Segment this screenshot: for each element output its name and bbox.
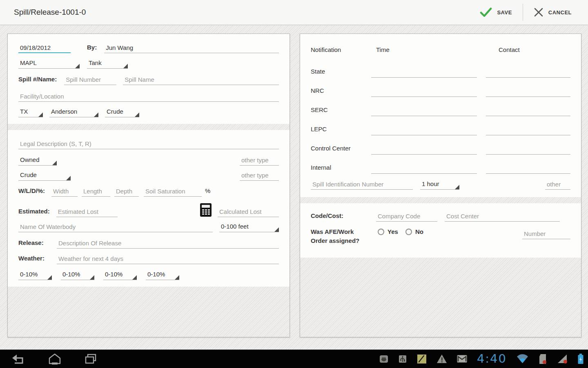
- notification-row-internal: Internal: [311, 155, 570, 174]
- lepc-contact-input[interactable]: [486, 125, 570, 135]
- card-filler: [300, 258, 581, 337]
- notification-header: Notification: [311, 46, 376, 53]
- facility-location-input[interactable]: [18, 92, 279, 102]
- save-label: SAVE: [497, 9, 512, 16]
- system-clock[interactable]: 4:40: [477, 353, 507, 365]
- spinner-arrow-icon: [132, 275, 137, 280]
- owned-other-type-input[interactable]: [240, 155, 279, 166]
- date-field[interactable]: [18, 43, 71, 53]
- source-spinner[interactable]: Tank: [87, 59, 128, 69]
- product-type-spinner[interactable]: Crude: [18, 171, 71, 181]
- afe-yes-option[interactable]: Yes: [378, 228, 398, 235]
- save-button[interactable]: SAVE: [469, 0, 522, 25]
- spinner-arrow-icon: [455, 185, 459, 189]
- internal-contact-input[interactable]: [486, 164, 570, 174]
- percent-spinner-3[interactable]: 0-10%: [103, 271, 137, 280]
- calculated-lost-input[interactable]: [218, 207, 279, 217]
- soil-saturation-input[interactable]: [144, 186, 202, 197]
- spinner-arrow-icon: [66, 176, 71, 180]
- other-notification-input[interactable]: [545, 180, 570, 190]
- notification-row-control-center: Control Center: [311, 135, 570, 155]
- no-label: No: [415, 228, 423, 235]
- nrc-contact-input[interactable]: [486, 87, 570, 97]
- checkmark-icon: [480, 7, 492, 17]
- afe-label: Was AFE/Work Order assigned?: [311, 227, 365, 248]
- state-spinner[interactable]: TX: [18, 108, 43, 117]
- county-spinner[interactable]: Anderson: [49, 108, 98, 117]
- cancel-label: CANCEL: [548, 9, 572, 16]
- recent-apps-button[interactable]: [84, 353, 97, 365]
- product-other-type-input[interactable]: [240, 171, 279, 181]
- cost-center-input[interactable]: [445, 211, 560, 222]
- spinner-arrow-icon: [274, 227, 279, 232]
- estimated-lost-input[interactable]: [56, 207, 118, 217]
- calculator-icon[interactable]: [200, 203, 212, 217]
- width-input[interactable]: [51, 186, 78, 197]
- spinner-arrow-icon: [47, 275, 52, 280]
- weather-label: Weather:: [18, 255, 49, 264]
- by-field[interactable]: [104, 43, 279, 53]
- afe-no-option[interactable]: No: [405, 228, 423, 235]
- yes-label: Yes: [388, 228, 398, 235]
- serc-contact-input[interactable]: [486, 106, 570, 116]
- gmail-icon: [457, 355, 467, 363]
- control-center-time-input[interactable]: [371, 144, 477, 155]
- status-tray[interactable]: 4:40: [379, 353, 588, 365]
- notification-row-nrc: NRC: [311, 78, 570, 97]
- no-radio[interactable]: [405, 229, 412, 235]
- spinner-arrow-icon: [135, 112, 139, 117]
- sd-card-error-icon: [538, 354, 547, 364]
- warning-icon: [437, 354, 447, 364]
- code-cost-section: Code/Cost: Was AFE/Work Order assigned? …: [300, 203, 581, 258]
- percent-label: %: [205, 187, 210, 197]
- home-button[interactable]: [48, 353, 61, 365]
- spill-description-section: Owned Crude W/L/D/%: %: [8, 130, 290, 287]
- yes-radio[interactable]: [378, 229, 384, 235]
- cancel-button[interactable]: CANCEL: [523, 0, 582, 25]
- percent-spinner-1[interactable]: 0-10%: [18, 271, 52, 280]
- afe-number-input[interactable]: [522, 229, 570, 239]
- spinner-arrow-icon: [38, 112, 43, 117]
- owned-spinner[interactable]: Owned: [18, 156, 57, 166]
- form-background: By: MAPL Tank Spill #/Name:: [0, 25, 588, 350]
- state-contact-input[interactable]: [486, 67, 570, 78]
- back-button[interactable]: [11, 353, 25, 365]
- percent-spinner-4[interactable]: 0-10%: [146, 271, 179, 280]
- weather-input[interactable]: [57, 254, 279, 264]
- hour-spinner[interactable]: 1 hour: [420, 180, 459, 190]
- internal-time-input[interactable]: [371, 164, 477, 174]
- wifi-icon: [517, 354, 528, 364]
- spill-header-section: By: MAPL Tank Spill #/Name:: [8, 34, 290, 124]
- battery-charging-icon: [577, 353, 584, 364]
- by-label: By:: [87, 44, 97, 53]
- percent-spinner-2[interactable]: 0-10%: [61, 271, 94, 280]
- usb-connected-icon: [398, 355, 407, 364]
- notification-row-lepc: LEPC: [311, 116, 570, 135]
- release-label: Release:: [18, 239, 49, 249]
- depth-input[interactable]: [114, 186, 139, 197]
- company-code-input[interactable]: [376, 211, 437, 222]
- spinner-arrow-icon: [75, 64, 80, 68]
- release-description-input[interactable]: [57, 238, 279, 249]
- app-bar: Spill/Release-1001-0 SAVE CANCEL: [0, 0, 588, 25]
- distance-spinner[interactable]: 0-100 feet: [219, 223, 279, 232]
- organization-spinner[interactable]: MAPL: [18, 59, 80, 69]
- spinner-arrow-icon: [123, 64, 128, 68]
- spill-number-input[interactable]: [64, 75, 116, 85]
- spill-name-label: Spill #/Name:: [18, 76, 57, 85]
- control-center-contact-input[interactable]: [486, 144, 570, 155]
- lepc-time-input[interactable]: [371, 125, 477, 135]
- navigation-keys: [0, 353, 97, 365]
- serc-time-input[interactable]: [371, 106, 477, 116]
- estimated-label: Estimated:: [18, 208, 50, 217]
- notification-row-serc: SERC: [311, 97, 570, 116]
- state-time-input[interactable]: [371, 67, 477, 78]
- length-input[interactable]: [82, 186, 110, 197]
- nrc-time-input[interactable]: [371, 87, 477, 97]
- spill-id-input[interactable]: [311, 180, 413, 190]
- spill-name-input[interactable]: [123, 75, 279, 85]
- legal-description-input[interactable]: [18, 139, 279, 149]
- spill-details-card: By: MAPL Tank Spill #/Name:: [7, 34, 290, 337]
- product-spinner[interactable]: Crude: [105, 108, 139, 117]
- waterbody-input[interactable]: [18, 222, 213, 232]
